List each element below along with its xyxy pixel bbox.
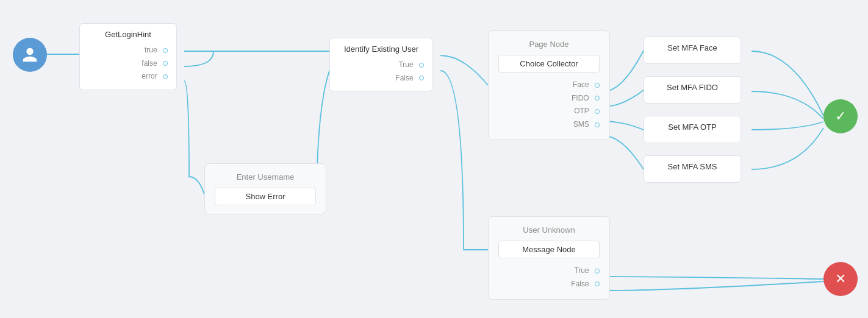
conn-sms-mfa [604,136,644,169]
get-login-hint-title: GetLoginHint [88,30,168,39]
enter-username-container: Enter Username Show Error [204,163,326,214]
output-false3: False [498,278,600,291]
identify-title: Identify Existing User [339,44,424,54]
dot-false2 [419,76,424,80]
dot-true2 [419,63,424,68]
page-node-title: Page Node [498,40,600,49]
conn-false-identify [184,51,329,66]
set-mfa-sms-title: Set MFA SMS [653,162,732,171]
output-true2: True [339,58,424,72]
conn-sms-end [751,128,823,169]
dot-true3 [595,269,600,274]
person-icon [21,46,38,63]
choice-collector-node: Choice Collector [498,55,600,72]
conn-face-end [751,51,823,116]
dot-otp [595,109,600,114]
output-fido: FIDO [498,92,600,105]
output-true: true [88,44,168,57]
dot-sms [595,122,600,127]
get-login-hint-node: GetLoginHint true false error [79,23,177,90]
conn-true-page [440,55,488,85]
set-mfa-face-title: Set MFA Face [653,43,732,52]
dot-true [163,48,168,53]
set-mfa-sms-node: Set MFA SMS [644,155,741,183]
set-mfa-otp-node: Set MFA OTP [644,116,741,143]
output-error: error [88,70,168,83]
identify-existing-user-node: Identify Existing User True False [329,38,433,91]
end-failure-node: ✕ [823,262,858,296]
dot-face [595,83,600,88]
output-true3: True [498,264,600,278]
message-node: Message Node [498,241,600,258]
page-node-container: Page Node Choice Collector Face FIDO OTP… [488,30,610,140]
enter-username-title: Enter Username [215,172,316,182]
dot-error [163,74,168,79]
dot-false3 [595,281,600,286]
set-mfa-fido-title: Set MFA FIDO [653,83,732,92]
conn-false-fail [604,281,823,291]
dot-fido [595,96,600,101]
start-node [13,38,47,72]
output-sms: SMS [498,118,600,132]
end-success-node: ✓ [823,99,858,133]
output-false2: False [339,72,424,85]
output-face: Face [498,79,600,92]
dot-false [163,61,168,66]
output-otp: OTP [498,105,600,118]
conn-true-fail [604,277,823,279]
set-mfa-otp-title: Set MFA OTP [653,122,732,132]
conn-false-user [440,71,488,250]
user-unknown-container: User Unknown Message Node True False [488,216,610,300]
output-false: false [88,57,168,71]
user-unknown-title: User Unknown [498,225,600,235]
set-mfa-face-node: Set MFA Face [644,37,741,64]
set-mfa-fido-node: Set MFA FIDO [644,76,741,104]
show-error-node: Show Error [215,188,316,205]
conn-fido-end [751,91,823,119]
conn-otp-end [751,122,823,130]
